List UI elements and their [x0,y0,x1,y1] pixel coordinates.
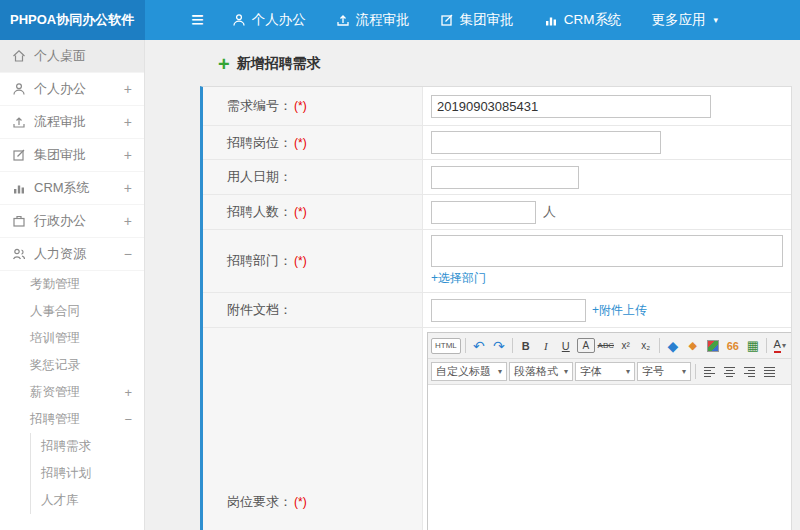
sidebar-item-label: 流程审批 [34,113,86,131]
align-left-icon[interactable] [700,363,718,381]
expand-toggle[interactable]: + [124,180,132,196]
eraser-icon[interactable]: ◆ [664,337,682,355]
expand-toggle[interactable]: + [124,147,132,163]
chevron-down-icon: ▾ [782,341,786,350]
person-icon [12,82,34,96]
font-size-select[interactable]: 字号▾ [637,362,691,381]
subscript-icon[interactable]: x₂ [637,337,655,355]
sidebar-item-desktop[interactable]: 个人桌面 [0,40,144,73]
department-textarea[interactable] [431,235,783,267]
required-mark: (*) [294,136,307,150]
nav-crm-system[interactable]: CRM系统 [544,11,622,29]
highlight-color-icon[interactable] [704,337,722,355]
sidebar-item-workflow-approval[interactable]: 流程审批 + [0,106,144,139]
nav-personal-office[interactable]: 个人办公 [232,11,306,29]
align-right-icon[interactable] [740,363,758,381]
position-input[interactable] [431,131,661,154]
font-color-icon[interactable]: A▾ [771,337,789,355]
format-brush-icon[interactable]: ◆ [684,337,702,355]
nav-more-apps[interactable]: 更多应用 ▾ [652,11,719,29]
sidebar-item-attendance[interactable]: 考勤管理 [0,271,144,298]
undo-icon[interactable]: ↶ [470,337,488,355]
attachment-input[interactable] [431,299,586,322]
collapse-toggle[interactable]: − [124,246,132,262]
strikethrough-icon[interactable]: ABC [597,337,615,355]
page-title: + 新增招聘需求 [145,40,800,86]
toolbar-separator [512,338,513,353]
sidebar-item-training[interactable]: 培训管理 [0,325,144,352]
expand-toggle[interactable]: + [124,114,132,130]
rich-text-editor: HTML ↶ ↷ B I U A ABC x² [427,332,791,530]
align-center-icon[interactable] [720,363,738,381]
select-department-link[interactable]: +选择部门 [431,270,486,287]
field-label: 招聘部门： (*) [203,230,423,292]
workflow-icon [336,13,350,27]
hire-date-input[interactable] [431,166,579,189]
custom-heading-select[interactable]: 自定义标题▾ [431,362,507,381]
sidebar-item-crm[interactable]: CRM系统 + [0,172,144,205]
nav-workflow-approval[interactable]: 流程审批 [336,11,410,29]
font-style-icon[interactable]: A [577,338,595,353]
sidebar-item-admin-office[interactable]: 行政办公 + [0,205,144,238]
request-no-input[interactable] [431,95,711,118]
attachment-upload-link[interactable]: +附件上传 [592,302,647,319]
sidebar-item-label: 招聘计划 [41,465,91,482]
sidebar-item-recruit-plan[interactable]: 招聘计划 [31,460,144,487]
edit-icon [12,148,34,162]
superscript-icon[interactable]: x² [617,337,635,355]
editor-content-area[interactable] [428,385,791,530]
field-label: 需求编号： (*) [203,87,423,125]
sidebar-item-talent-pool[interactable]: 人才库 [31,487,144,514]
paragraph-format-select[interactable]: 段落格式▾ [509,362,573,381]
blockquote-icon[interactable]: 66 [724,337,742,355]
sidebar-item-personal-office[interactable]: 个人办公 + [0,73,144,106]
nav-label: 个人办公 [252,11,306,29]
nav-group-approval[interactable]: 集团审批 [440,11,514,29]
sidebar: 个人桌面 个人办公 + 流程审批 + 集团审批 + CRM系统 + [0,40,145,530]
sidebar-item-label: 奖惩记录 [30,357,80,374]
required-mark: (*) [294,205,307,219]
underline-icon[interactable]: U [557,337,575,355]
add-icon: + [218,57,230,71]
sidebar-item-label: 招聘管理 [30,411,80,428]
sidebar-item-salary[interactable]: 薪资管理 + [0,379,144,406]
headcount-input[interactable] [431,201,536,224]
sidebar-item-recruitment[interactable]: 招聘管理 − [0,406,144,433]
bold-icon[interactable]: B [517,337,535,355]
app-logo: PHPOA协同办公软件 [0,0,145,40]
page-title-text: 新增招聘需求 [237,55,321,73]
italic-icon[interactable]: I [537,337,555,355]
top-header: PHPOA协同办公软件 ≡ 个人办公 流程审批 集团审批 CRM系统 更多应用 … [0,0,800,40]
field-label: 用人日期： [203,160,423,194]
required-mark: (*) [294,254,307,268]
hamburger-menu-icon[interactable]: ≡ [191,9,204,31]
sidebar-item-recruit-request[interactable]: 招聘需求 [31,433,144,460]
sidebar-item-group-approval[interactable]: 集团审批 + [0,139,144,172]
collapse-toggle[interactable]: − [124,412,132,427]
chevron-down-icon: ▾ [498,367,502,376]
form-row-hire-date: 用人日期： [203,159,791,194]
expand-toggle[interactable]: + [124,213,132,229]
field-label-text: 招聘岗位： [227,134,292,152]
sidebar-item-rewards[interactable]: 奖惩记录 [0,352,144,379]
table-icon[interactable]: ▦ [744,337,762,355]
form-row-department: 招聘部门： (*) +选择部门 [203,229,791,292]
nav-label: 更多应用 [652,11,706,29]
sidebar-item-label: 个人办公 [34,80,86,98]
bar-chart-icon [544,13,558,27]
field-label: 岗位要求： (*) [203,328,423,530]
html-source-button[interactable]: HTML [431,338,461,354]
sidebar-item-hr-contract[interactable]: 人事合同 [0,298,144,325]
expand-toggle[interactable]: + [124,81,132,97]
toolbar-separator [695,364,696,379]
redo-icon[interactable]: ↷ [490,337,508,355]
sidebar-item-hr[interactable]: 人力资源 − [0,238,144,271]
app-window: PHPOA协同办公软件 ≡ 个人办公 流程审批 集团审批 CRM系统 更多应用 … [0,0,800,530]
expand-toggle[interactable]: + [124,385,132,400]
app-title: PHPOA协同办公软件 [10,11,134,29]
font-family-select[interactable]: 字体▾ [575,362,635,381]
person-icon [232,13,246,27]
select-label: 字号 [642,364,664,379]
field-label: 附件文档： [203,293,423,327]
align-justify-icon[interactable] [760,363,778,381]
